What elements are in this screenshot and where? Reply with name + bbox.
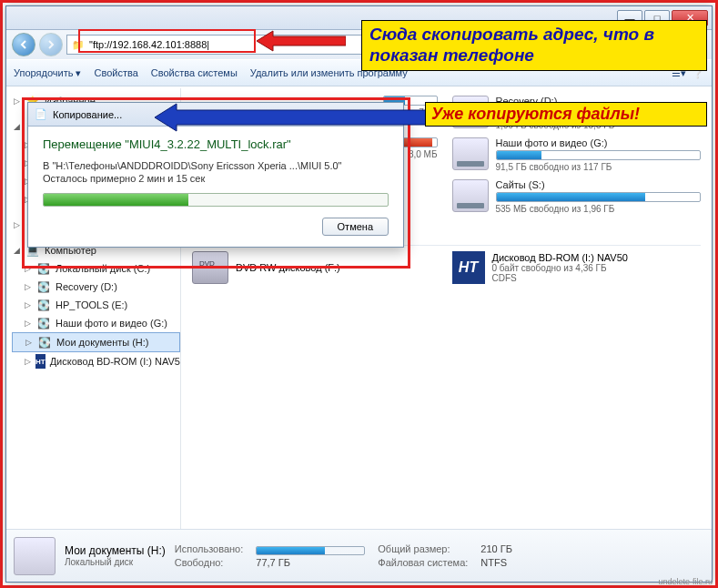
status-subtitle: Локальный диск bbox=[65, 557, 166, 567]
ht-icon: HT bbox=[452, 251, 485, 284]
watermark: undelete-file.ru bbox=[658, 577, 713, 586]
statusbar: Мои документы (H:) Локальный диск Исполь… bbox=[6, 529, 712, 582]
red-arrow-icon bbox=[257, 29, 346, 53]
blue-arrow-icon bbox=[155, 102, 428, 133]
status-title: Мои документы (H:) bbox=[65, 544, 166, 557]
drive-icon bbox=[452, 179, 489, 212]
drive-photos[interactable]: Наши фото и видео (G:) 91,5 ГБ свободно … bbox=[452, 137, 702, 172]
forward-button[interactable] bbox=[39, 33, 63, 56]
sidebar-drive-g[interactable]: ▷💽Наши фото и видео (G:) bbox=[12, 314, 180, 332]
organize-menu[interactable]: Упорядочить ▾ bbox=[14, 67, 81, 79]
bdrom-drive[interactable]: HT Дисковод BD-ROM (I:) NAV50 0 байт сво… bbox=[452, 251, 702, 284]
sidebar-drive-i[interactable]: ▷HTДисковод BD-ROM (I:) NAV50 bbox=[12, 352, 180, 370]
svg-marker-0 bbox=[257, 31, 346, 51]
back-button[interactable] bbox=[12, 33, 35, 56]
ht-icon: HT bbox=[35, 354, 46, 369]
drive-icon: 💽 bbox=[36, 279, 51, 294]
drive-icon bbox=[452, 137, 489, 170]
drive-icon: 💽 bbox=[37, 335, 52, 350]
status-details: Использовано: Общий размер:210 ГБ Свобод… bbox=[175, 543, 512, 567]
drive-icon: 💽 bbox=[36, 316, 51, 330]
callout-copying: Уже копируются файлы! bbox=[425, 102, 707, 127]
sidebar-drive-d[interactable]: ▷💽Recovery (D:) bbox=[12, 278, 180, 296]
callout-address: Сюда скопировать адрес, что в показан те… bbox=[361, 20, 707, 71]
explorer-window: — □ ✕ 📁 "ftp://192.168.42.101:8888| ↻ По… bbox=[5, 5, 713, 583]
drive-icon bbox=[14, 537, 56, 575]
drive-sites[interactable]: Сайты (S:) 535 МБ свободно из 1,96 ГБ bbox=[452, 179, 702, 214]
sidebar-drive-e[interactable]: ▷💽HP_TOOLS (E:) bbox=[12, 296, 180, 314]
sidebar-drive-h[interactable]: ▷💽Мои документы (H:) bbox=[12, 332, 180, 352]
svg-marker-1 bbox=[155, 104, 428, 131]
system-properties-button[interactable]: Свойства системы bbox=[151, 67, 238, 78]
drive-icon: 💽 bbox=[36, 298, 51, 312]
properties-button[interactable]: Свойства bbox=[94, 67, 137, 78]
annotation-box-address bbox=[78, 29, 256, 53]
